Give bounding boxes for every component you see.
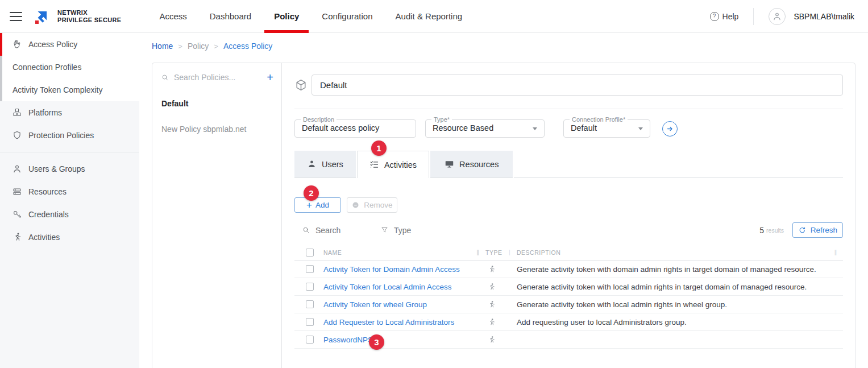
tab-activities[interactable]: 1 Activities: [357, 151, 429, 178]
policy-list-item[interactable]: New Policy sbpmlab.net: [152, 116, 281, 142]
activity-link[interactable]: Activity Token for wheel Group: [323, 300, 485, 309]
remove-button[interactable]: Remove: [347, 197, 397, 213]
runner-icon: [12, 232, 22, 242]
group-indicator: [0, 56, 2, 78]
sidebar-item-platforms[interactable]: Platforms: [0, 101, 139, 124]
tab-label: Resources: [459, 160, 499, 169]
breadcrumb: Home > Policy > Access Policy: [152, 42, 272, 51]
activity-link[interactable]: Activity Token for Domain Admin Access: [323, 265, 485, 274]
step-badge-1: 1: [371, 140, 387, 156]
activity-description: Generate activity token with local admin…: [517, 283, 843, 291]
chevron-down-icon: [533, 127, 537, 130]
checklist-icon: [369, 160, 379, 169]
menu-icon[interactable]: [10, 12, 22, 21]
table-search[interactable]: [302, 226, 355, 235]
chevron-right-icon: >: [178, 42, 182, 51]
activity-link[interactable]: Activity Token for Local Admin Access: [323, 283, 485, 291]
nav-configuration[interactable]: Configuration: [310, 0, 384, 33]
type-select[interactable]: Type* Resource Based: [425, 116, 545, 138]
sidebar-item-resources[interactable]: Resources: [0, 180, 139, 203]
sidebar-item-label: Credentials: [28, 210, 69, 219]
sidebar-item-protection-policies[interactable]: Protection Policies: [0, 124, 139, 147]
row-checkbox[interactable]: [306, 336, 314, 344]
remove-button-label: Remove: [364, 201, 392, 209]
policy-search-row: +: [152, 68, 281, 90]
policy-name-input[interactable]: [312, 75, 843, 96]
results-label: results: [766, 227, 784, 234]
policy-card: + Default New Policy sbpmlab.net Descrip…: [152, 63, 855, 368]
column-header-name[interactable]: NAME: [323, 249, 485, 256]
chevron-right-icon: >: [214, 42, 218, 51]
activities-toolbar: 2 + Add Remove: [294, 197, 843, 213]
nav-access[interactable]: Access: [148, 0, 198, 33]
search-icon: [161, 73, 169, 82]
field-value: Default access policy: [302, 123, 409, 133]
runner-icon: [487, 283, 496, 291]
field-value: Default: [571, 123, 643, 133]
sidebar-item-activity-token-complexity[interactable]: Activity Token Complexity: [0, 78, 139, 101]
server-icon: [12, 187, 22, 197]
refresh-button-label: Refresh: [811, 226, 837, 234]
refresh-button[interactable]: Refresh: [792, 222, 843, 238]
sidebar-item-label: Activities: [28, 233, 60, 242]
key-icon: [12, 209, 22, 220]
runner-icon: [487, 265, 496, 274]
username: SBPMLAB\tmalik: [794, 12, 854, 21]
row-checkbox[interactable]: [306, 318, 314, 326]
table-controls: Type 5 results Refresh: [294, 222, 843, 238]
sidebar-item-credentials[interactable]: Credentials: [0, 203, 139, 226]
sidebar-item-connection-profiles[interactable]: Connection Profiles: [0, 56, 139, 78]
row-checkbox[interactable]: [306, 265, 314, 273]
activity-link[interactable]: PasswordNPS: [323, 336, 485, 344]
policy-search-input[interactable]: [174, 73, 248, 82]
tab-strip: Users 1 Activities Resources: [294, 151, 843, 178]
select-all-checkbox[interactable]: [306, 249, 314, 257]
description-field[interactable]: Description Default access policy: [294, 116, 416, 138]
topbar-divider: [753, 8, 754, 25]
row-checkbox[interactable]: [306, 283, 314, 291]
table-row: PasswordNPS 3: [294, 331, 843, 349]
results-count: 5: [759, 226, 764, 235]
policy-list-panel: + Default New Policy sbpmlab.net: [152, 63, 282, 368]
add-policy-button[interactable]: +: [267, 72, 273, 82]
policy-name-row: [294, 75, 843, 96]
nav-policy[interactable]: Policy: [263, 0, 310, 33]
column-header-type[interactable]: TYPE: [485, 249, 517, 256]
avatar[interactable]: [769, 8, 786, 25]
activity-link[interactable]: Add Requester to Local Administrators: [323, 318, 485, 326]
funnel-icon: [380, 226, 389, 234]
table-row: Activity Token for Local Admin Access Ge…: [294, 278, 843, 296]
breadcrumb-access-policy[interactable]: Access Policy: [223, 42, 272, 51]
nav-audit-reporting[interactable]: Audit & Reporting: [384, 0, 474, 33]
sidebar-item-access-policy[interactable]: Access Policy: [0, 33, 139, 56]
table-search-input[interactable]: [315, 226, 355, 235]
submit-arrow-button[interactable]: [662, 121, 678, 137]
user-icon: [772, 11, 782, 22]
sidebar-divider: [0, 152, 139, 152]
tab-resources[interactable]: Resources: [430, 151, 513, 178]
table-row: Activity Token for wheel Group Generate …: [294, 296, 843, 313]
tab-label: Activities: [384, 160, 417, 169]
runner-icon: [487, 336, 496, 344]
row-checkbox[interactable]: [306, 300, 314, 308]
sidebar-item-users-groups[interactable]: Users & Groups: [0, 158, 139, 180]
divider: [294, 109, 843, 109]
minus-circle-icon: [351, 201, 360, 209]
activity-description: Generate activity token with local admin…: [517, 300, 843, 309]
policy-list-item[interactable]: Default: [152, 90, 281, 116]
help-button[interactable]: ? Help: [710, 12, 739, 21]
nav-dashboard[interactable]: Dashboard: [198, 0, 263, 33]
add-button[interactable]: + Add: [294, 197, 341, 213]
step-badge-2: 2: [304, 185, 319, 201]
tab-users[interactable]: Users: [294, 151, 356, 178]
add-button-label: Add: [315, 201, 329, 209]
type-filter[interactable]: Type: [380, 226, 411, 235]
runner-icon: [487, 300, 496, 309]
sidebar-item-activities[interactable]: Activities: [0, 226, 139, 249]
sidebar-item-label: Protection Policies: [28, 131, 94, 140]
column-header-description[interactable]: DESCRIPTION: [517, 249, 843, 256]
monitor-icon: [445, 159, 454, 169]
connection-profile-select[interactable]: Connection Profile* Default: [563, 116, 650, 138]
brand-logo: NETWRIX PRIVILEGE SECURE: [32, 7, 121, 26]
breadcrumb-home[interactable]: Home: [152, 42, 173, 51]
